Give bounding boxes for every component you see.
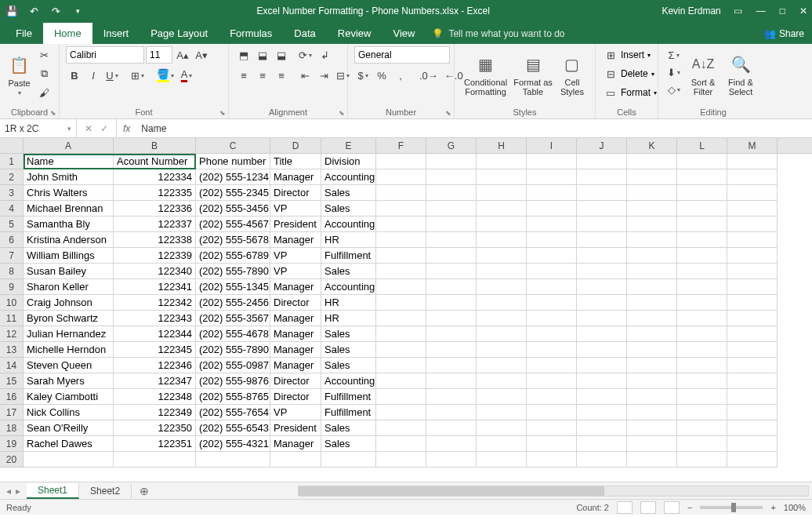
cell[interactable] xyxy=(477,342,527,358)
cell[interactable]: Susan Bailey xyxy=(24,264,114,279)
cell[interactable] xyxy=(677,248,727,264)
align-middle-icon[interactable]: ⬓ xyxy=(254,46,271,64)
cell[interactable] xyxy=(426,217,477,232)
zoom-level[interactable]: 100% xyxy=(784,503,806,512)
align-right-icon[interactable]: ≡ xyxy=(273,67,290,84)
cell[interactable]: President xyxy=(270,420,321,436)
cell[interactable] xyxy=(577,452,627,468)
cell[interactable] xyxy=(477,436,527,452)
row-header[interactable]: 20 xyxy=(0,452,23,468)
zoom-out-icon[interactable]: − xyxy=(687,503,692,512)
cell[interactable]: Manager xyxy=(270,311,321,326)
sheet-nav[interactable]: ◂▸ xyxy=(0,486,27,497)
maximize-icon[interactable]: □ xyxy=(780,5,785,16)
cell[interactable]: 122338 xyxy=(114,232,196,248)
cell[interactable]: 122347 xyxy=(114,373,196,389)
cell[interactable]: Title xyxy=(270,154,321,169)
fx-icon[interactable]: fx xyxy=(117,123,136,134)
cell[interactable] xyxy=(376,201,426,217)
cell[interactable]: Kristina Anderson xyxy=(24,232,114,248)
insert-cells-button[interactable]: ⊞Insert▾ xyxy=(602,46,651,64)
underline-button[interactable]: U xyxy=(103,67,121,84)
cell[interactable]: (202) 555-2345 xyxy=(196,185,270,201)
cell[interactable] xyxy=(627,436,677,452)
cell[interactable] xyxy=(527,405,577,420)
cell[interactable]: Manager xyxy=(270,279,321,295)
tab-insert[interactable]: Insert xyxy=(92,23,140,44)
cell[interactable]: 122341 xyxy=(114,279,196,295)
cell[interactable]: Manager xyxy=(270,342,321,358)
cell[interactable] xyxy=(426,436,477,452)
cell[interactable] xyxy=(477,389,527,405)
cell[interactable] xyxy=(627,169,677,185)
cell[interactable]: (202) 555-7654 xyxy=(196,405,270,420)
formula-input[interactable]: Name xyxy=(136,123,812,134)
cell[interactable] xyxy=(677,201,727,217)
cell[interactable] xyxy=(477,452,527,468)
cell[interactable] xyxy=(477,264,527,279)
format-cells-button[interactable]: ▭Format▾ xyxy=(602,84,657,101)
cell[interactable] xyxy=(727,373,778,389)
cell[interactable] xyxy=(727,185,778,201)
cell[interactable]: 122336 xyxy=(114,201,196,217)
decrease-indent-icon[interactable]: ⇤ xyxy=(296,67,314,84)
cell[interactable]: Sales xyxy=(321,420,376,436)
row-header[interactable]: 8 xyxy=(0,264,23,279)
close-icon[interactable]: ✕ xyxy=(799,5,807,16)
cell[interactable] xyxy=(527,373,577,389)
cell[interactable] xyxy=(527,169,577,185)
cell[interactable] xyxy=(627,264,677,279)
cell[interactable]: HR xyxy=(321,311,376,326)
cell[interactable]: (202) 555-7890 xyxy=(196,342,270,358)
cell[interactable] xyxy=(577,232,627,248)
cell[interactable] xyxy=(527,420,577,436)
cell[interactable]: Fulfillment xyxy=(321,248,376,264)
cell[interactable] xyxy=(727,405,778,420)
font-name-select[interactable] xyxy=(66,46,144,64)
cell[interactable]: Sales xyxy=(321,201,376,217)
cell[interactable] xyxy=(627,279,677,295)
cell[interactable] xyxy=(477,169,527,185)
cell[interactable]: VP xyxy=(270,248,321,264)
cell[interactable]: Sales xyxy=(321,358,376,373)
cell[interactable] xyxy=(627,389,677,405)
row-header[interactable]: 2 xyxy=(0,169,23,185)
undo-icon[interactable]: ↶ xyxy=(27,4,41,18)
cell[interactable] xyxy=(376,232,426,248)
row-header[interactable]: 14 xyxy=(0,358,23,373)
borders-icon[interactable]: ⊞ xyxy=(129,67,147,84)
cell[interactable] xyxy=(727,169,778,185)
cell[interactable] xyxy=(321,452,376,468)
cell[interactable] xyxy=(577,279,627,295)
column-header[interactable]: D xyxy=(270,138,321,153)
cell[interactable] xyxy=(627,452,677,468)
cell[interactable] xyxy=(426,389,477,405)
cell[interactable] xyxy=(426,373,477,389)
cell[interactable] xyxy=(577,326,627,342)
cell[interactable]: Manager xyxy=(270,358,321,373)
cells-area[interactable]: NameAcount NumberPhone numberTitleDivisi… xyxy=(24,154,812,482)
row-header[interactable]: 6 xyxy=(0,232,23,248)
cell[interactable] xyxy=(727,201,778,217)
cell[interactable] xyxy=(677,452,727,468)
cell[interactable] xyxy=(677,436,727,452)
minimize-icon[interactable]: — xyxy=(756,5,766,16)
cell[interactable]: (202) 555-6543 xyxy=(196,420,270,436)
cell[interactable] xyxy=(577,405,627,420)
cell[interactable] xyxy=(114,452,196,468)
cell[interactable]: Accounting xyxy=(321,169,376,185)
cell[interactable]: (202) 555-4678 xyxy=(196,326,270,342)
cell[interactable] xyxy=(477,295,527,311)
column-headers[interactable]: ABCDEFGHIJKLM xyxy=(24,138,812,154)
font-color-icon[interactable]: A xyxy=(178,67,195,84)
cell[interactable]: Rachel Dawes xyxy=(24,436,114,452)
cell[interactable] xyxy=(376,342,426,358)
row-header[interactable]: 1 xyxy=(0,154,23,169)
row-header[interactable]: 7 xyxy=(0,248,23,264)
cell[interactable]: Sales xyxy=(321,185,376,201)
increase-font-icon[interactable]: A▴ xyxy=(174,46,191,64)
cell[interactable]: (202) 555-0987 xyxy=(196,358,270,373)
cell[interactable]: 122345 xyxy=(114,342,196,358)
cell[interactable]: Division xyxy=(321,154,376,169)
cell[interactable] xyxy=(627,248,677,264)
